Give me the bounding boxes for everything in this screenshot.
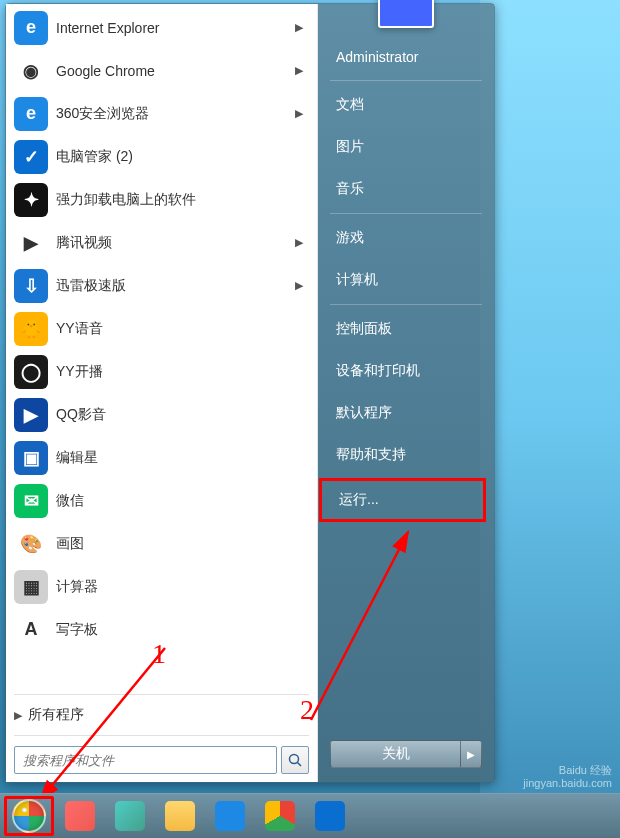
app-icon: e	[14, 97, 48, 131]
link-documents[interactable]: 文档	[322, 86, 490, 124]
link-pictures[interactable]: 图片	[322, 128, 490, 166]
search-button[interactable]	[281, 746, 309, 774]
folder-icon-glyph	[165, 801, 195, 831]
program-item[interactable]: ◉Google Chrome▶	[6, 49, 317, 92]
app-icon: ▶	[14, 398, 48, 432]
shutdown-row: 关机 ▶	[322, 734, 490, 774]
app-icon: ▦	[14, 570, 48, 604]
all-programs-label: 所有程序	[28, 706, 309, 724]
program-label: 画图	[56, 535, 309, 553]
separator	[330, 304, 482, 305]
app-icon: ✓	[14, 140, 48, 174]
program-item[interactable]: ◯YY开播	[6, 350, 317, 393]
app-icon: ✦	[14, 183, 48, 217]
program-item[interactable]: ▶QQ影音	[6, 393, 317, 436]
svg-point-0	[290, 755, 299, 764]
app-icon-1[interactable]	[56, 797, 104, 835]
chevron-right-icon: ▶	[467, 749, 475, 760]
app-icon: ✉	[14, 484, 48, 518]
chevron-right-icon: ▶	[295, 64, 303, 77]
watermark: Baidu 经验 jingyan.baidu.com	[523, 764, 612, 790]
program-item[interactable]: ▣编辑星	[6, 436, 317, 479]
chevron-right-icon: ▶	[295, 21, 303, 34]
link-devices[interactable]: 设备和打印机	[322, 352, 490, 390]
program-label: 360安全浏览器	[56, 105, 295, 123]
program-label: YY语音	[56, 320, 309, 338]
app-icon: A	[14, 613, 48, 647]
separator	[14, 694, 309, 695]
program-item[interactable]: e360安全浏览器▶	[6, 92, 317, 135]
chrome-icon[interactable]	[256, 797, 304, 835]
program-item[interactable]: ✓电脑管家 (2)	[6, 135, 317, 178]
svg-line-1	[298, 763, 302, 767]
app-icon: ◯	[14, 355, 48, 389]
app-icon-1-glyph	[65, 801, 95, 831]
program-label: 微信	[56, 492, 309, 510]
program-list: eInternet Explorer▶◉Google Chrome▶e360安全…	[6, 4, 317, 692]
shutdown-button[interactable]: 关机	[330, 740, 460, 768]
app-icon: ⇩	[14, 269, 48, 303]
program-label: QQ影音	[56, 406, 309, 424]
separator	[330, 213, 482, 214]
windows-logo-icon	[12, 799, 46, 833]
chevron-right-icon: ▶	[295, 236, 303, 249]
program-item[interactable]: ▶腾讯视频▶	[6, 221, 317, 264]
program-label: Google Chrome	[56, 63, 295, 79]
app-icon: 🎨	[14, 527, 48, 561]
program-item[interactable]: eInternet Explorer▶	[6, 6, 317, 49]
app-icon-2[interactable]	[106, 797, 154, 835]
app-icon: e	[14, 11, 48, 45]
link-control-panel[interactable]: 控制面板	[322, 310, 490, 348]
search-area	[6, 738, 317, 782]
search-icon	[287, 752, 303, 768]
start-button[interactable]	[4, 796, 54, 836]
start-menu-right-panel: Administrator 文档 图片 音乐 游戏 计算机 控制面板 设备和打印…	[318, 4, 494, 782]
browser-icon-glyph	[215, 801, 245, 831]
app-icon: 🐥	[14, 312, 48, 346]
user-picture[interactable]	[378, 0, 434, 28]
browser-icon[interactable]	[206, 797, 254, 835]
shutdown-options-button[interactable]: ▶	[460, 740, 482, 768]
link-default-programs[interactable]: 默认程序	[322, 394, 490, 432]
security-icon-glyph	[315, 801, 345, 831]
program-label: 计算器	[56, 578, 309, 596]
start-menu-left-panel: eInternet Explorer▶◉Google Chrome▶e360安全…	[6, 4, 318, 782]
program-item[interactable]: 🐥YY语音	[6, 307, 317, 350]
program-item[interactable]: ⇩迅雷极速版▶	[6, 264, 317, 307]
program-label: 强力卸载电脑上的软件	[56, 191, 309, 209]
taskbar-icons	[56, 797, 354, 835]
link-computer[interactable]: 计算机	[322, 261, 490, 299]
app-icon: ◉	[14, 54, 48, 88]
app-icon: ▶	[14, 226, 48, 260]
program-label: 编辑星	[56, 449, 309, 467]
program-item[interactable]: ✉微信	[6, 479, 317, 522]
program-item[interactable]: A写字板	[6, 608, 317, 651]
link-run[interactable]: 运行...	[319, 478, 486, 522]
program-label: 迅雷极速版	[56, 277, 295, 295]
link-games[interactable]: 游戏	[322, 219, 490, 257]
chevron-right-icon: ▶	[14, 709, 22, 722]
search-input[interactable]	[14, 746, 277, 774]
app-icon: ▣	[14, 441, 48, 475]
all-programs-button[interactable]: ▶ 所有程序	[6, 697, 317, 733]
security-icon[interactable]	[306, 797, 354, 835]
program-label: 电脑管家 (2)	[56, 148, 309, 166]
taskbar	[0, 793, 620, 838]
start-menu: eInternet Explorer▶◉Google Chrome▶e360安全…	[5, 3, 495, 783]
link-help[interactable]: 帮助和支持	[322, 436, 490, 474]
chevron-right-icon: ▶	[295, 279, 303, 292]
program-item[interactable]: ▦计算器	[6, 565, 317, 608]
program-label: 腾讯视频	[56, 234, 295, 252]
separator	[14, 735, 309, 736]
link-music[interactable]: 音乐	[322, 170, 490, 208]
program-item[interactable]: 🎨画图	[6, 522, 317, 565]
program-label: 写字板	[56, 621, 309, 639]
user-name[interactable]: Administrator	[322, 39, 490, 75]
folder-icon[interactable]	[156, 797, 204, 835]
chrome-icon-glyph	[265, 801, 295, 831]
separator	[330, 80, 482, 81]
program-item[interactable]: ✦强力卸载电脑上的软件	[6, 178, 317, 221]
program-label: YY开播	[56, 363, 309, 381]
program-label: Internet Explorer	[56, 20, 295, 36]
app-icon-2-glyph	[115, 801, 145, 831]
